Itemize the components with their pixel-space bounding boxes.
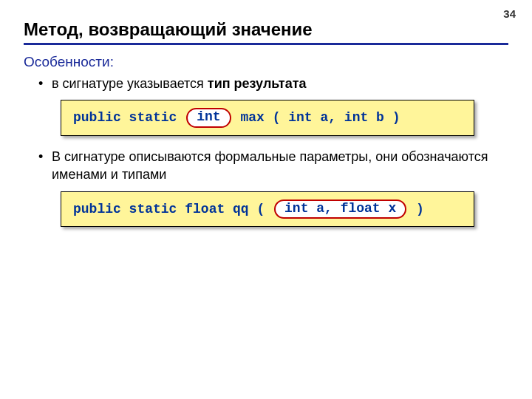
bullet-1-bold: тип результата (208, 76, 307, 91)
code-block-2-wrap: public static float qq ( int a, float x … (61, 191, 474, 228)
code1-post: max ( int a, int b ) (233, 110, 400, 125)
bullet-list-2: В сигнатуре описываются формальные парам… (24, 148, 508, 184)
bullet-item-1: в сигнатуре указывается тип результата (41, 75, 508, 92)
code-block-1: public static int max ( int a, int b ) (61, 100, 474, 136)
bullet-list: в сигнатуре указывается тип результата (24, 75, 508, 92)
slide-title: Метод, возвращающий значение (24, 19, 508, 45)
code1-pre: public static (73, 110, 185, 125)
bullet-item-2: В сигнатуре описываются формальные парам… (41, 148, 508, 184)
code2-highlight-pill: int a, float x (274, 200, 406, 219)
bullet-2-text: В сигнатуре описываются формальные парам… (52, 149, 488, 182)
code-block-1-wrap: public static int max ( int a, int b ) (61, 100, 474, 136)
code-block-2: public static float qq ( int a, float x … (61, 191, 474, 228)
code2-pre: public static float qq ( (73, 202, 273, 216)
code2-post: ) (408, 202, 424, 216)
page-number: 34 (503, 7, 516, 20)
section-subhead: Особенности: (24, 54, 508, 70)
bullet-1-text: в сигнатуре указывается (52, 76, 208, 91)
code1-highlight-pill: int (186, 108, 231, 128)
